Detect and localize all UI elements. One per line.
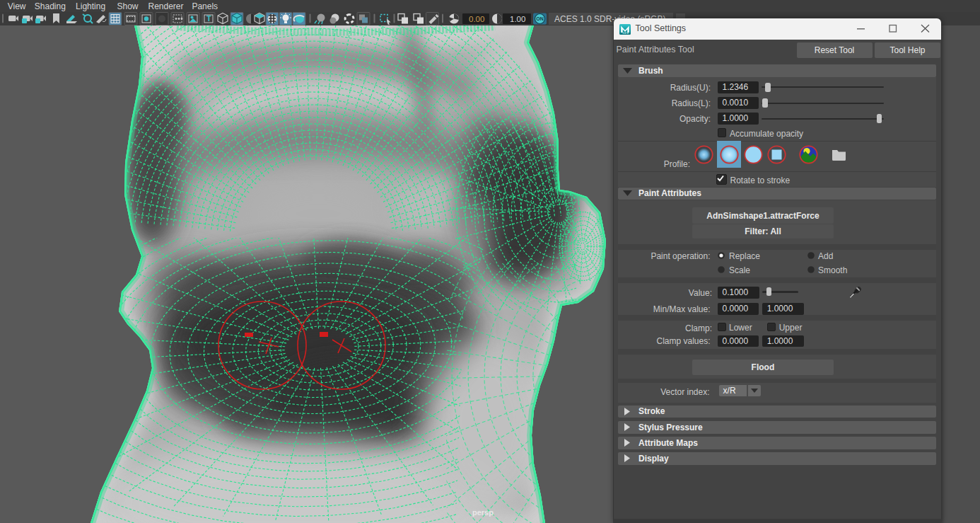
svg-text:T: T bbox=[206, 14, 211, 23]
svg-text:1.00: 1.00 bbox=[510, 15, 525, 23]
svg-text:ON: ON bbox=[536, 16, 544, 21]
svg-text:MAYA: MAYA bbox=[623, 32, 629, 35]
svg-text:persp: persp bbox=[472, 508, 494, 517]
svg-text:0.00: 0.00 bbox=[469, 15, 484, 23]
